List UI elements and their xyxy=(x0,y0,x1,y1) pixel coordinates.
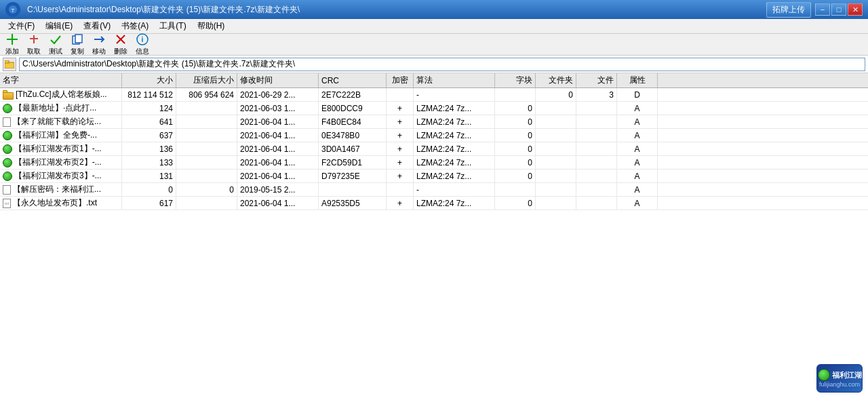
minimize-button[interactable]: − xyxy=(815,3,830,16)
file-cell-method: LZMA2:24 7z... xyxy=(414,115,495,128)
file-cell-mtime: 2019-05-15 2... xyxy=(237,183,319,196)
file-cell-size: 136 xyxy=(122,142,176,155)
file-cell-crc: 0E3478B0 xyxy=(319,129,387,142)
watermark-url: fulijianghu.com xyxy=(819,381,860,388)
toolbar-test[interactable]: 测试 xyxy=(46,31,65,58)
svg-rect-3 xyxy=(7,39,18,40)
file-cell-name: 【来了就能下载的论坛... xyxy=(0,115,122,128)
table-row[interactable]: 【来了就能下载的论坛... 641 2021-06-04 1... F4B0EC… xyxy=(0,115,868,129)
move-icon xyxy=(92,33,106,46)
toolbar-delete[interactable]: 删除 xyxy=(111,31,130,58)
window-controls: 拓牌上传 − □ ✕ xyxy=(766,2,863,18)
app-logo: T xyxy=(5,2,20,17)
toolbar-add[interactable]: 添加 xyxy=(3,31,22,58)
file-cell-enc xyxy=(387,88,414,101)
copy-icon xyxy=(71,33,84,46)
file-cell-method: LZMA2:24 7z... xyxy=(414,142,495,155)
content-area: 名字 大小 压缩后大小 修改时间 CRC 加密 算法 字块 文件夹 文件 属性 … xyxy=(0,73,868,398)
file-cell-method: - xyxy=(414,88,495,101)
file-cell-enc xyxy=(387,183,414,196)
file-cell-name: 【福利江湖发布页3】-... xyxy=(0,170,122,182)
toolbar-extract[interactable]: 取取 xyxy=(24,31,43,58)
file-cell-mtime: 2021-06-04 1... xyxy=(237,156,319,169)
col-header-enc[interactable]: 加密 xyxy=(387,73,414,87)
file-cell-size: 133 xyxy=(122,156,176,169)
file-cell-name: 【解压密码：来福利江... xyxy=(0,183,122,196)
file-cell-enc: + xyxy=(387,115,414,128)
maximize-button[interactable]: □ xyxy=(831,3,846,16)
file-cell-mtime: 2021-06-04 1... xyxy=(237,129,319,142)
file-cell-block: 0 xyxy=(495,142,536,155)
delete-icon xyxy=(114,33,127,46)
table-row[interactable]: 【福利江湖发布页1】-... 136 2021-06-04 1... 3D0A1… xyxy=(0,142,868,156)
file-cell-files: 3 xyxy=(576,88,617,101)
col-header-attr[interactable]: 属性 xyxy=(617,73,658,87)
file-name: 【福利江湖发布页2】-... xyxy=(14,157,102,168)
file-cell-size: 641 xyxy=(122,115,176,128)
col-header-packed[interactable]: 压缩后大小 xyxy=(176,73,237,87)
col-header-name[interactable]: 名字 xyxy=(0,73,122,87)
file-cell-folders xyxy=(536,102,576,115)
file-cell-files xyxy=(576,156,617,169)
file-cell-crc: E800DCC9 xyxy=(319,102,387,115)
file-cell-attr: A xyxy=(617,115,658,128)
file-cell-enc: + xyxy=(387,156,414,169)
col-header-block[interactable]: 字块 xyxy=(495,73,536,87)
file-cell-size: 637 xyxy=(122,129,176,142)
menu-help[interactable]: 帮助(H) xyxy=(192,19,231,33)
table-row[interactable]: txt 【永久地址发布页】.txt 617 2021-06-04 1... A9… xyxy=(0,197,868,210)
watermark-text: 福利江湖 xyxy=(832,370,862,380)
close-button[interactable]: ✕ xyxy=(848,3,863,16)
file-cell-name: [ThZu.Cc]成人馆老板娘... xyxy=(0,88,122,101)
file-cell-mtime: 2021-06-04 1... xyxy=(237,115,319,128)
file-cell-packed xyxy=(176,102,237,115)
table-row[interactable]: 【福利江湖发布页2】-... 133 2021-06-04 1... F2CD5… xyxy=(0,156,868,170)
file-cell-size: 131 xyxy=(122,170,176,182)
table-row[interactable]: 【解压密码：来福利江... 0 0 2019-05-15 2... - A xyxy=(0,183,868,197)
toolbar-move-label: 移动 xyxy=(92,47,106,56)
file-cell-files xyxy=(576,170,617,182)
col-header-folders[interactable]: 文件夹 xyxy=(536,73,576,87)
file-cell-mtime: 2021-06-04 1... xyxy=(237,170,319,182)
file-cell-block: 0 xyxy=(495,102,536,115)
table-row[interactable]: 【福利江湖发布页3】-... 131 2021-06-04 1... D7972… xyxy=(0,170,868,183)
file-cell-block: 0 xyxy=(495,115,536,128)
menu-tools[interactable]: 工具(T) xyxy=(154,19,191,33)
file-cell-files xyxy=(576,129,617,142)
file-name: 【福利江湖发布页1】-... xyxy=(14,143,102,155)
file-cell-attr: A xyxy=(617,129,658,142)
table-row[interactable]: [ThZu.Cc]成人馆老板娘... 812 114 512 806 954 6… xyxy=(0,88,868,102)
toolbar-add-label: 添加 xyxy=(5,47,19,56)
col-header-size[interactable]: 大小 xyxy=(122,73,176,87)
file-cell-crc: F4B0EC84 xyxy=(319,115,387,128)
upload-button[interactable]: 拓牌上传 xyxy=(766,2,811,18)
file-cell-attr: A xyxy=(617,102,658,115)
toolbar-test-label: 测试 xyxy=(49,47,62,56)
file-cell-folders xyxy=(536,170,576,182)
column-headers: 名字 大小 压缩后大小 修改时间 CRC 加密 算法 字块 文件夹 文件 属性 xyxy=(0,73,868,88)
file-cell-crc: F2CD59D1 xyxy=(319,156,387,169)
svg-rect-13 xyxy=(5,60,9,63)
col-header-mtime[interactable]: 修改时间 xyxy=(237,73,319,87)
file-cell-name: 【福利江湖发布页1】-... xyxy=(0,142,122,155)
toolbar-delete-label: 删除 xyxy=(114,47,127,56)
table-row[interactable]: 【福利江湖】全免费-... 637 2021-06-04 1... 0E3478… xyxy=(0,129,868,142)
file-cell-packed xyxy=(176,142,237,155)
col-header-method[interactable]: 算法 xyxy=(414,73,495,87)
col-header-crc[interactable]: CRC xyxy=(319,73,387,87)
toolbar-move[interactable]: 移动 xyxy=(90,31,108,58)
file-cell-mtime: 2021-06-04 1... xyxy=(237,142,319,155)
file-name: 【福利江湖发布页3】-... xyxy=(14,170,102,182)
address-input[interactable] xyxy=(19,58,865,71)
file-cell-packed: 0 xyxy=(176,183,237,196)
window-title: C:\Users\Administrator\Desktop\新建文件夹 (15… xyxy=(27,4,300,16)
file-cell-size: 124 xyxy=(122,102,176,115)
col-header-files[interactable]: 文件 xyxy=(576,73,617,87)
file-name: 【解压密码：来福利江... xyxy=(13,184,101,195)
file-cell-enc: + xyxy=(387,102,414,115)
file-cell-name: 【福利江湖】全免费-... xyxy=(0,129,122,142)
toolbar-info[interactable]: i 信息 xyxy=(133,31,152,58)
file-cell-files xyxy=(576,142,617,155)
toolbar-copy[interactable]: 复制 xyxy=(68,31,87,58)
table-row[interactable]: 【最新地址】·点此打... 124 2021-06-03 1... E800DC… xyxy=(0,102,868,115)
